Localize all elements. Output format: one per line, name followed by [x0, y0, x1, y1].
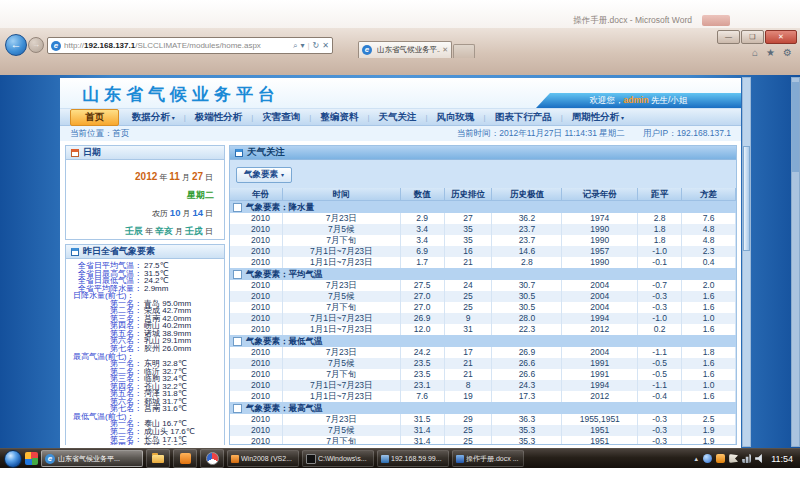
browser-tab[interactable]: e 山东省气候业务平... ✕: [358, 41, 452, 58]
main-panel-title: 天气关注: [247, 146, 285, 159]
table-cell: 1994: [562, 380, 638, 391]
home-icon[interactable]: ⌂: [752, 47, 758, 58]
table-cell: 3.4: [401, 235, 445, 246]
table-cell: 31: [445, 324, 493, 335]
app-taskbar-button[interactable]: [200, 449, 224, 468]
taskbar-button[interactable]: 192.168.59.99...: [377, 450, 449, 467]
table-cell: 2.8: [638, 213, 682, 224]
table-cell: 2010: [239, 302, 283, 313]
table-cell: 7.6: [401, 391, 445, 402]
table-row: 20101月1日~7月23日12.03122.320120.21.6: [230, 324, 736, 335]
table-cell: 1月1日~7月23日: [283, 391, 401, 402]
table-cell: 1991: [562, 358, 638, 369]
gear-icon[interactable]: ⚙: [783, 47, 792, 58]
table-cell: -0.3: [638, 425, 682, 436]
speaker-icon[interactable]: [755, 454, 764, 463]
quick-launch-icon[interactable]: [25, 452, 38, 465]
taskbar-button[interactable]: C:\Windows\s...: [302, 450, 374, 467]
refresh-icon[interactable]: ↻: [313, 41, 320, 50]
table-cell: 7月下旬: [283, 436, 401, 445]
window-scrollbar[interactable]: [791, 77, 800, 447]
table-cell: 1955,1951: [562, 414, 638, 425]
table-cell: 26.9: [401, 313, 445, 324]
group-checkbox[interactable]: [233, 203, 242, 212]
nav-item-1[interactable]: 数据分析 ▾: [123, 111, 184, 124]
table-cell: -1.0: [638, 313, 682, 324]
table-row: 20107月5候27.02530.52004-0.31.6: [230, 291, 736, 302]
table-row: 20107月1日~7月23日26.9928.01994-1.01.0: [230, 313, 736, 324]
table-cell: 2010: [239, 369, 283, 380]
group-checkbox[interactable]: [233, 337, 242, 346]
star-icon[interactable]: ★: [766, 47, 775, 58]
table-cell: 27.5: [401, 280, 445, 291]
taskbar-button[interactable]: Win2008 (VS2...: [227, 450, 299, 467]
table-row: 20107月23日27.52430.72004-0.72.0: [230, 280, 736, 291]
taskbar-button-icon: [456, 455, 464, 463]
nav-item-2[interactable]: 极端性分析: [186, 111, 252, 124]
nav-item-5[interactable]: 天气关注: [370, 111, 426, 124]
app-taskbar-button[interactable]: [173, 449, 197, 468]
table-cell: 1.6: [682, 291, 736, 302]
nav-item-4[interactable]: 整编资料: [311, 111, 367, 124]
nav-item-7[interactable]: 图表下行产品: [486, 111, 561, 124]
table-cell: 1.6: [682, 369, 736, 380]
column-header: 历史极值: [492, 188, 562, 200]
group-checkbox[interactable]: [233, 270, 242, 279]
nav-item-6[interactable]: 风向玫瑰: [428, 111, 484, 124]
chevron-down-icon[interactable]: ▾: [301, 41, 305, 50]
weather-panel-icon: [71, 248, 79, 256]
window-controls: — ❏ ✕: [716, 30, 797, 44]
taskbar-button-icon: [381, 455, 389, 463]
action-center-flag-icon[interactable]: [729, 454, 738, 463]
table-cell: 1.6: [682, 302, 736, 313]
table-cell: 2010: [239, 224, 283, 235]
minimize-button[interactable]: —: [717, 30, 740, 44]
explorer-taskbar-button[interactable]: [146, 449, 170, 468]
table-cell: 2004: [562, 280, 638, 291]
taskbar-button-label: C:\Windows\s...: [318, 455, 367, 462]
table-cell: 35: [445, 235, 493, 246]
scrollbar-thumb[interactable]: [792, 82, 799, 172]
taskbar-active-button[interactable]: e 山东省气候业务平...: [41, 450, 143, 467]
table-cell: 2010: [239, 425, 283, 436]
taskbar-button[interactable]: 操作手册.docx ...: [452, 450, 524, 467]
tray-network-app-icon[interactable]: [703, 454, 712, 463]
current-time: 当前时间：2012年11月27日 11:14:31 星期二: [457, 128, 625, 138]
network-icon[interactable]: [742, 454, 751, 463]
stop-icon[interactable]: ✕: [322, 41, 329, 50]
back-button[interactable]: ←: [5, 34, 27, 56]
forward-button[interactable]: →: [28, 37, 44, 53]
table-cell: 29: [445, 414, 493, 425]
table-header-row: 年份时间数值历史排位历史极值记录年份距平方差: [230, 188, 736, 201]
start-button[interactable]: [4, 450, 22, 468]
element-filter-button[interactable]: 气象要素▾: [236, 167, 292, 183]
table-cell: 1991: [562, 369, 638, 380]
taskbar-clock[interactable]: 11:54: [771, 454, 793, 464]
scrollbar-thumb[interactable]: [743, 146, 750, 251]
table-cell: 27.0: [401, 291, 445, 302]
new-tab-button[interactable]: [453, 44, 475, 58]
table-cell: 36.2: [492, 213, 562, 224]
tray-security-icon[interactable]: [716, 454, 725, 463]
table-cell: 1990: [562, 224, 638, 235]
tab-close-icon[interactable]: ✕: [442, 46, 448, 54]
tray-expand-icon[interactable]: ▲: [693, 456, 699, 462]
nav-item-0[interactable]: 首页: [70, 109, 119, 126]
content-scrollbar[interactable]: [742, 77, 751, 447]
table-cell: 2.5: [682, 414, 736, 425]
table-cell: 2010: [239, 246, 283, 257]
table-cell: 21: [445, 257, 493, 268]
nav-item-3[interactable]: 灾害查询: [253, 111, 309, 124]
table-cell: 7月1日~7月23日: [283, 313, 401, 324]
round-app-icon: [206, 452, 219, 465]
group-checkbox[interactable]: [233, 404, 242, 413]
main-panel-icon: [235, 149, 243, 157]
maximize-button[interactable]: ❏: [741, 30, 764, 44]
table-row: 20107月下旬27.02530.52004-0.31.6: [230, 302, 736, 313]
close-button[interactable]: ✕: [765, 30, 797, 44]
search-icon[interactable]: ⌕: [293, 41, 297, 51]
calendar-ganzhi: 壬辰年辛亥月壬戌日: [66, 221, 214, 239]
nav-item-8[interactable]: 周期性分析 ▾: [563, 111, 633, 124]
table-cell: 2010: [239, 280, 283, 291]
address-bar[interactable]: e http://192.168.137.1/SLCCLIMATE/module…: [47, 37, 333, 54]
